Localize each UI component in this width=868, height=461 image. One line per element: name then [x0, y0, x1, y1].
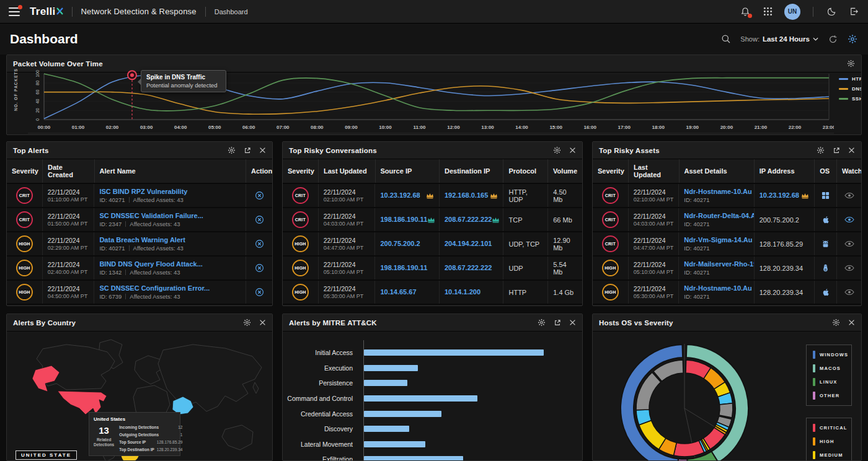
alert-name-link[interactable]: SC DNSSEC Configuration Error...: [99, 284, 241, 292]
user-avatar[interactable]: UN: [784, 4, 800, 20]
table-row[interactable]: CRIT 22/11/202404:03:00 AM PT Ndr-Router…: [593, 208, 861, 232]
mitre-bar[interactable]: [364, 395, 477, 402]
close-icon[interactable]: [848, 147, 855, 154]
legend-item[interactable]: WINDOWS: [813, 351, 845, 359]
watch-eye-icon[interactable]: [844, 216, 854, 223]
mitre-bar-row[interactable]: Discovery: [283, 421, 582, 437]
trellix-logo[interactable]: Trelli: [30, 6, 63, 18]
source-ip-link[interactable]: 10.23.192.68: [380, 191, 420, 200]
table-row[interactable]: CRIT 22/11/202404:03:00 AM PT 198.186.19…: [283, 208, 582, 232]
close-icon[interactable]: [569, 147, 576, 154]
menu-button[interactable]: [9, 7, 20, 16]
dismiss-alert-icon[interactable]: [255, 191, 264, 200]
table-row[interactable]: HIGH 22/11/202405:10:00 AM PT Ndr-Mailse…: [593, 257, 861, 281]
mitre-bar-row[interactable]: Credential Access: [283, 406, 582, 421]
table-row[interactable]: CRIT 22/11/202402:10:00 AM PT 10.23.192.…: [283, 184, 582, 208]
close-icon[interactable]: [848, 319, 855, 326]
watch-eye-icon[interactable]: [844, 192, 854, 199]
legend-item[interactable]: SSH: [839, 96, 862, 102]
table-row[interactable]: HIGH 22/11/202404:50:00 AM PT SC DNSSEC …: [7, 281, 272, 305]
legend-item[interactable]: MACOS: [813, 364, 845, 372]
close-icon[interactable]: [259, 319, 266, 326]
destination-ip-link[interactable]: 10.14.1.200: [445, 288, 498, 296]
asset-name-link[interactable]: Ndr-Mailserver-Rho-19...: [684, 260, 748, 268]
mitre-bar-row[interactable]: Initial Access: [283, 345, 582, 361]
settings-icon[interactable]: [243, 318, 251, 327]
settings-icon[interactable]: [832, 318, 840, 327]
ip-link[interactable]: 10.23.192.68: [760, 191, 799, 200]
table-row[interactable]: CRIT 22/11/202401:50:00 AM PT SC DNSSEC …: [7, 208, 272, 232]
legend-item[interactable]: HIGH: [813, 437, 845, 446]
source-ip-link[interactable]: 198.186.190.11: [380, 264, 434, 272]
destination-ip-link[interactable]: 208.67.222.222: [445, 216, 492, 224]
alert-name-link[interactable]: SC DNSSEC Validation Failure...: [99, 212, 241, 220]
mitre-bar[interactable]: [364, 349, 544, 356]
sign-out-icon[interactable]: [848, 6, 859, 17]
mitre-bar-row[interactable]: Exfiltration: [283, 452, 582, 461]
watch-eye-icon[interactable]: [844, 289, 854, 296]
table-row[interactable]: CRIT 22/11/202404:47:00 AM PT Ndr-Vm-Sig…: [593, 232, 861, 257]
refresh-icon[interactable]: [827, 33, 838, 45]
asset-name-link[interactable]: Ndr-Hostname-10.Au: [684, 284, 748, 292]
legend-item[interactable]: CRITICAL: [813, 424, 845, 432]
legend-item[interactable]: HTP: [839, 76, 862, 82]
notifications-bell-icon[interactable]: [740, 6, 751, 17]
expand-icon[interactable]: [554, 319, 561, 327]
close-icon[interactable]: [259, 147, 266, 154]
mitre-bar-row[interactable]: Lateral Movement: [283, 437, 582, 452]
dismiss-alert-icon[interactable]: [255, 288, 264, 297]
app-grid-icon[interactable]: [762, 6, 773, 17]
table-row[interactable]: HIGH 22/11/202405:30:00 AM PT 10.14.65.6…: [283, 281, 582, 305]
dismiss-alert-icon[interactable]: [255, 239, 264, 248]
mitre-bar[interactable]: [364, 365, 418, 371]
mitre-bar[interactable]: [364, 380, 407, 386]
mitre-bar-row[interactable]: Persistence: [283, 375, 582, 391]
dismiss-alert-icon[interactable]: [255, 263, 264, 273]
settings-icon[interactable]: [228, 146, 236, 154]
legend-item[interactable]: MEDIUM: [813, 451, 845, 459]
watch-eye-icon[interactable]: [844, 265, 854, 271]
alert-name-link[interactable]: Data Breach Warning Alert: [99, 236, 241, 244]
mitre-bar[interactable]: [364, 456, 463, 461]
expand-icon[interactable]: [244, 147, 251, 154]
breadcrumb[interactable]: Dashboard: [215, 8, 248, 15]
legend-item[interactable]: OTHER: [813, 392, 845, 400]
watch-eye-icon[interactable]: [844, 240, 854, 247]
table-row[interactable]: CRIT 22/11/202401:10:00 AM PT ISC BIND R…: [7, 184, 272, 208]
destination-ip-link[interactable]: 192.168.0.165: [445, 191, 488, 200]
source-ip-link[interactable]: 198.186.190.11: [380, 216, 427, 224]
settings-gear-icon[interactable]: [847, 33, 858, 45]
asset-name-link[interactable]: Ndr-Vm-Sigma-14.Au: [684, 236, 748, 244]
dark-mode-moon-icon[interactable]: [826, 6, 837, 17]
table-row[interactable]: HIGH 22/11/202405:10:00 AM PT 198.186.19…: [283, 257, 582, 281]
source-ip-link[interactable]: 200.75.200.2: [380, 240, 434, 248]
asset-name-link[interactable]: Ndr-Hostname-10.Au: [684, 188, 748, 196]
destination-ip-link[interactable]: 208.67.222.222: [445, 264, 498, 272]
table-row[interactable]: HIGH 22/11/202405:30:00 AM PT Ndr-Hostna…: [593, 281, 861, 305]
settings-icon[interactable]: [553, 146, 561, 154]
mitre-bar-row[interactable]: Execution: [283, 361, 582, 376]
mitre-bar-chart[interactable]: Initial AccessExecutionPersistenceComman…: [283, 331, 582, 461]
legend-item[interactable]: DNS: [839, 86, 862, 92]
alert-name-link[interactable]: BIND DNS Query Flood Attack...: [99, 260, 241, 268]
time-range-dropdown[interactable]: Show: Last 24 Hours: [740, 35, 818, 43]
legend-item[interactable]: LINUX: [813, 378, 845, 386]
close-icon[interactable]: [569, 319, 576, 326]
expand-icon[interactable]: [833, 147, 840, 154]
settings-icon[interactable]: [847, 59, 855, 68]
table-row[interactable]: CRIT 22/11/202402:10:00 AM PT Ndr-Hostna…: [593, 184, 861, 208]
search-icon[interactable]: [720, 33, 732, 45]
destination-ip-link[interactable]: 204.194.22.101: [445, 240, 498, 248]
table-row[interactable]: HIGH 22/11/202402:40:00 AM PT BIND DNS Q…: [7, 257, 272, 281]
alert-name-link[interactable]: ISC BIND RPZ Vulnerability: [99, 188, 241, 196]
asset-name-link[interactable]: Ndr-Router-Delta-04.A...: [684, 212, 748, 220]
source-ip-link[interactable]: 10.14.65.67: [380, 288, 434, 296]
table-row[interactable]: HIGH 22/11/202404:47:00 AM PT 200.75.200…: [283, 232, 582, 257]
table-row[interactable]: HIGH 22/11/202402:29:00 AM PT Data Breac…: [7, 232, 272, 257]
mitre-bar[interactable]: [364, 411, 441, 417]
mitre-bar[interactable]: [364, 441, 425, 447]
settings-icon[interactable]: [538, 318, 546, 327]
mitre-bar[interactable]: [364, 426, 409, 432]
mitre-bar-row[interactable]: Command and Control: [283, 391, 582, 406]
settings-icon[interactable]: [817, 146, 825, 154]
